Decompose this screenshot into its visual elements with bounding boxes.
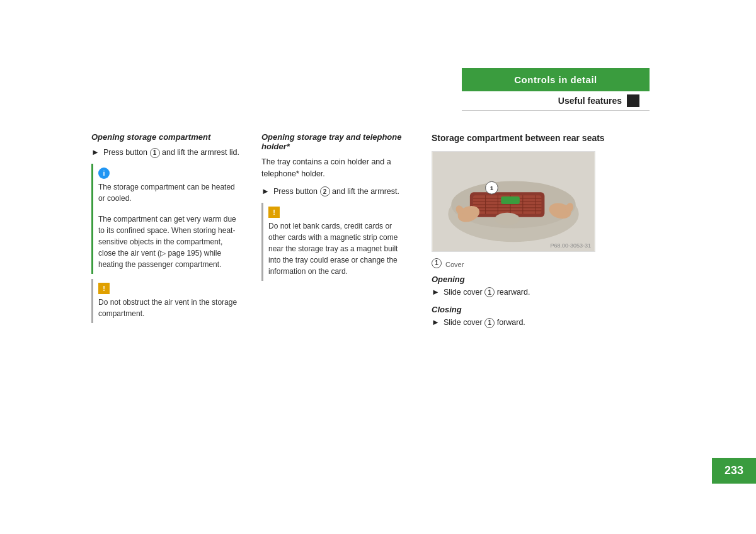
circle-1-opening: 1 [484, 287, 495, 297]
svg-text:1: 1 [490, 185, 494, 191]
right-main-heading: Storage compartment between rear seats [432, 132, 665, 145]
mid-column: Opening storage tray and telephone holde… [261, 132, 413, 332]
image-credit: P68.00-3053-31 [550, 242, 591, 249]
opening-subheading: Opening [432, 275, 665, 284]
mid-section-heading: Opening storage tray and telephone holde… [261, 132, 413, 151]
bullet-arrow-opening: ► [432, 287, 440, 297]
left-bullet-1: ► Press button 1 and lift the armrest li… [91, 147, 243, 159]
warning-icon-mid: ! [268, 207, 280, 218]
image-caption-label: 1 Cover [432, 258, 665, 268]
caption-circle-num: 1 [432, 258, 442, 268]
svg-rect-15 [501, 196, 520, 204]
left-bullet-1-text: Press button 1 and lift the armrest lid. [103, 147, 239, 159]
closing-bullet: ► Slide cover 1 forward. [432, 317, 665, 329]
bullet-arrow-1: ► [91, 147, 100, 157]
useful-features-label: Useful features [558, 96, 622, 106]
right-column: Storage compartment between rear seats [432, 132, 665, 332]
circle-2-mid: 2 [320, 186, 330, 196]
info-note-line1: The storage compartment can be heated or… [98, 181, 238, 204]
bullet-arrow-mid: ► [261, 186, 270, 196]
closing-instruction: Slide cover 1 forward. [444, 317, 525, 329]
black-square-decoration [627, 94, 639, 107]
armrest-image: 1 P68.00-3053-31 [432, 151, 595, 252]
circle-1-closing: 1 [484, 318, 495, 328]
svg-point-16 [495, 212, 520, 225]
useful-features-bar: Useful features [462, 91, 650, 111]
info-icon: i [98, 168, 110, 179]
left-section-heading: Opening storage compartment [91, 132, 243, 142]
opening-instruction: Slide cover 1 rearward. [444, 287, 530, 298]
page-number: 233 [712, 458, 756, 484]
mid-intro-text: The tray contains a coin holder and a te… [261, 156, 413, 181]
mid-warning-note-box: ! Do not let bank cards, credit cards or… [261, 203, 413, 281]
left-warning-text: Do not obstruct the air vent in the stor… [98, 297, 238, 319]
controls-in-detail-title: Controls in detail [462, 68, 650, 91]
closing-subheading: Closing [432, 305, 665, 314]
left-column: Opening storage compartment ► Press butt… [91, 132, 243, 332]
circle-1-left: 1 [150, 148, 160, 158]
main-content: Opening storage compartment ► Press butt… [91, 132, 665, 332]
opening-bullet: ► Slide cover 1 rearward. [432, 287, 665, 298]
mid-warning-text: Do not let bank cards, credit cards or o… [268, 220, 408, 277]
left-warning-note-box: ! Do not obstruct the air vent in the st… [91, 279, 243, 323]
mid-bullet-1: ► Press button 2 and lift the armrest. [261, 186, 413, 198]
warning-icon-left: ! [98, 283, 110, 294]
caption-text: Cover [445, 261, 464, 268]
info-note-line2: The compartment can get very warm due to… [98, 213, 238, 270]
info-note-box: i The storage compartment can be heated … [91, 164, 243, 274]
mid-bullet-1-text: Press button 2 and lift the armrest. [273, 186, 399, 198]
header-banner: Controls in detail Useful features [462, 68, 650, 111]
bullet-arrow-closing: ► [432, 317, 440, 327]
